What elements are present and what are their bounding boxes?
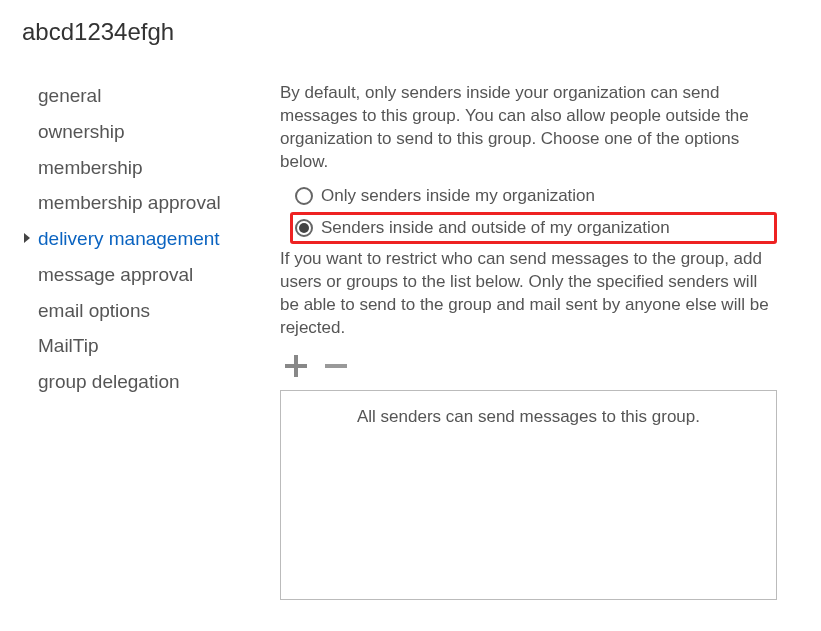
radio-label: Senders inside and outside of my organiz… (321, 218, 670, 238)
radio-icon (295, 187, 313, 205)
sidebar-item-membership-approval[interactable]: membership approval (20, 185, 280, 221)
sidebar-item-label: general (38, 85, 101, 106)
sidebar-item-mailtip[interactable]: MailTip (20, 328, 280, 364)
sidebar-item-label: membership approval (38, 192, 221, 213)
sidebar-item-membership[interactable]: membership (20, 150, 280, 186)
sidebar-item-label: membership (38, 157, 143, 178)
sidebar-item-general[interactable]: general (20, 78, 280, 114)
radio-inside-only[interactable]: Only senders inside my organization (290, 180, 777, 212)
sidebar-item-ownership[interactable]: ownership (20, 114, 280, 150)
radio-icon (295, 219, 313, 237)
minus-icon (325, 355, 347, 377)
sidebar-item-message-approval[interactable]: message approval (20, 257, 280, 293)
sidebar-item-label: MailTip (38, 335, 99, 356)
radio-inside-and-outside[interactable]: Senders inside and outside of my organiz… (290, 212, 777, 244)
sidebar: general ownership membership membership … (20, 78, 280, 600)
sidebar-item-label: delivery management (38, 228, 220, 249)
sidebar-item-label: ownership (38, 121, 125, 142)
sidebar-item-email-options[interactable]: email options (20, 293, 280, 329)
restrict-text: If you want to restrict who can send mes… (280, 248, 777, 340)
sender-list-toolbar (280, 352, 777, 380)
add-sender-button[interactable] (282, 352, 310, 380)
sender-scope-radio-group: Only senders inside my organization Send… (290, 180, 777, 244)
main-panel: By default, only senders inside your org… (280, 78, 801, 600)
remove-sender-button[interactable] (322, 352, 350, 380)
radio-label: Only senders inside my organization (321, 186, 595, 206)
plus-icon (285, 355, 307, 377)
allowed-senders-list[interactable]: All senders can send messages to this gr… (280, 390, 777, 600)
sidebar-item-delivery-management[interactable]: delivery management (20, 221, 280, 257)
radio-selected-dot-icon (299, 223, 309, 233)
sidebar-item-label: email options (38, 300, 150, 321)
list-placeholder-text: All senders can send messages to this gr… (357, 407, 700, 426)
page-title: abcd1234efgh (22, 18, 801, 46)
sidebar-item-group-delegation[interactable]: group delegation (20, 364, 280, 400)
sidebar-item-label: message approval (38, 264, 193, 285)
intro-text: By default, only senders inside your org… (280, 82, 777, 174)
layout: general ownership membership membership … (20, 78, 801, 600)
sidebar-item-label: group delegation (38, 371, 180, 392)
caret-right-icon (24, 233, 30, 243)
